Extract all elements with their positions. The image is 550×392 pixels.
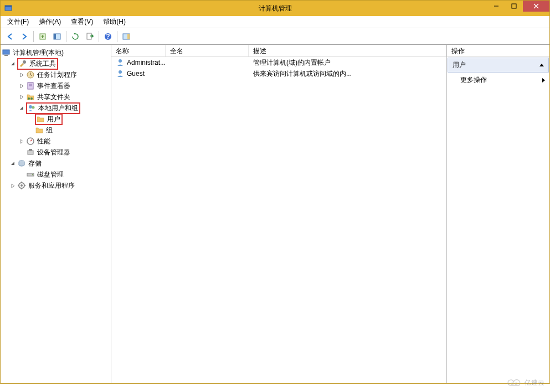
device-icon — [26, 148, 35, 157]
svg-point-35 — [511, 383, 513, 385]
row-desc: 管理计算机(域)的内置帐户 — [253, 58, 331, 68]
toolbar-separator — [117, 31, 117, 42]
actions-pane: 操作 用户 更多操作 — [447, 45, 549, 383]
svg-rect-13 — [127, 34, 130, 39]
help-button[interactable]: ? — [101, 30, 115, 43]
list-body[interactable]: Administrat... 管理计算机(域)的内置帐户 Guest 供来宾访问… — [111, 57, 446, 383]
expand-icon[interactable] — [18, 138, 25, 145]
actions-section[interactable]: 用户 — [448, 58, 549, 73]
show-hide-tree-button[interactable] — [50, 30, 64, 43]
svg-point-21 — [28, 97, 30, 100]
titlebar[interactable]: 计算机管理 — [1, 1, 549, 16]
up-button[interactable] — [36, 30, 49, 43]
tree-disk-management[interactable]: 磁盘管理 — [1, 169, 111, 180]
row-name: Guest — [127, 70, 145, 78]
refresh-button[interactable] — [69, 30, 82, 43]
svg-point-23 — [29, 105, 32, 109]
tree-performance-label: 性能 — [37, 137, 50, 146]
client-area: 计算机管理(本地) 系统工具 — [1, 45, 549, 383]
tree-groups-label: 组 — [46, 126, 53, 135]
minimize-button[interactable] — [487, 1, 505, 12]
tree-device-manager[interactable]: 设备管理器 — [1, 147, 111, 158]
maximize-button[interactable] — [505, 1, 523, 12]
chevron-right-icon — [542, 78, 545, 82]
toolbar: ? — [1, 28, 549, 45]
window-title: 计算机管理 — [1, 4, 549, 13]
actions-section-label: 用户 — [453, 60, 466, 70]
forward-button[interactable] — [18, 30, 31, 43]
menubar: 文件(F) 操作(A) 查看(V) 帮助(H) — [1, 16, 549, 28]
svg-rect-15 — [4, 55, 8, 56]
shared-folder-icon — [26, 92, 35, 101]
tree-task-scheduler-label: 任务计划程序 — [37, 70, 77, 80]
app-icon — [4, 4, 13, 13]
row-desc: 供来宾访问计算机或访问域的内... — [253, 69, 352, 79]
tree-local-users-groups[interactable]: 本地用户和组 — [1, 102, 111, 114]
computer-icon — [2, 48, 11, 57]
clock-icon — [26, 70, 35, 79]
tree-shared-folders[interactable]: 共享文件夹 — [1, 91, 111, 102]
tree-device-manager-label: 设备管理器 — [37, 148, 70, 157]
folder-icon — [35, 126, 44, 135]
list-pane: 名称 全名 描述 Administrat... 管理计算机(域)的内置帐户 G — [111, 45, 447, 383]
col-fullname[interactable]: 全名 — [166, 45, 249, 56]
tree-event-viewer[interactable]: 事件查看器 — [1, 80, 111, 91]
tree-users[interactable]: 用户 — [1, 114, 111, 125]
tree-root[interactable]: 计算机管理(本地) — [1, 47, 111, 58]
tree-local-users-groups-label: 本地用户和组 — [38, 104, 78, 113]
show-hide-action-button[interactable] — [120, 30, 133, 43]
tree-performance[interactable]: 性能 — [1, 136, 111, 147]
col-description[interactable]: 描述 — [249, 45, 446, 56]
list-row[interactable]: Administrat... 管理计算机(域)的内置帐户 — [111, 57, 446, 68]
svg-point-32 — [20, 184, 23, 187]
toolbar-separator — [99, 31, 99, 42]
close-button[interactable] — [523, 1, 549, 12]
menu-view[interactable]: 查看(V) — [66, 16, 97, 28]
col-name[interactable]: 名称 — [111, 45, 166, 56]
actions-more[interactable]: 更多操作 — [447, 73, 549, 87]
back-button[interactable] — [3, 30, 17, 43]
collapse-icon[interactable] — [9, 160, 16, 167]
tree-groups[interactable]: 组 — [1, 125, 111, 136]
tree-system-tools[interactable]: 系统工具 — [1, 58, 111, 69]
list-row[interactable]: Guest 供来宾访问计算机或访问域的内... — [111, 68, 446, 79]
tree-task-scheduler[interactable]: 任务计划程序 — [1, 69, 111, 80]
event-icon — [26, 81, 35, 90]
menu-action[interactable]: 操作(A) — [34, 16, 65, 28]
svg-point-30 — [32, 174, 33, 176]
watermark: 亿速云 — [507, 378, 544, 388]
row-name: Administrat... — [127, 59, 166, 66]
user-icon — [116, 69, 125, 78]
expand-icon[interactable] — [18, 82, 25, 89]
expand-icon[interactable] — [18, 94, 25, 100]
menu-file[interactable]: 文件(F) — [3, 16, 33, 28]
list-header: 名称 全名 描述 — [111, 45, 446, 57]
export-button[interactable] — [83, 30, 96, 43]
tree-shared-folders-label: 共享文件夹 — [37, 92, 70, 102]
window-frame: 计算机管理 文件(F) 操作(A) 查看(V) 帮助(H) ? — [0, 0, 550, 384]
svg-rect-14 — [3, 50, 9, 54]
toolbar-separator — [66, 31, 66, 42]
watermark-text: 亿速云 — [525, 378, 544, 388]
menu-help[interactable]: 帮助(H) — [99, 16, 130, 28]
actions-header: 操作 — [447, 45, 549, 57]
storage-icon — [17, 159, 26, 168]
tree-users-label: 用户 — [47, 115, 60, 124]
collapse-icon — [539, 64, 544, 66]
collapse-icon[interactable] — [18, 105, 25, 111]
tree-system-tools-label: 系统工具 — [29, 59, 56, 69]
expand-icon[interactable] — [18, 71, 25, 78]
tree-services-apps[interactable]: 服务和应用程序 — [1, 180, 111, 191]
actions-more-label: 更多操作 — [460, 75, 487, 85]
collapse-icon[interactable] — [9, 60, 16, 67]
svg-point-16 — [23, 60, 26, 64]
tree-disk-management-label: 磁盘管理 — [37, 170, 64, 179]
svg-rect-1 — [5, 6, 12, 7]
tree-storage[interactable]: 存储 — [1, 158, 111, 169]
users-groups-icon — [27, 104, 36, 112]
svg-point-24 — [32, 106, 35, 109]
tree-pane[interactable]: 计算机管理(本地) 系统工具 — [1, 45, 111, 383]
expand-icon[interactable] — [9, 182, 16, 189]
tree-event-viewer-label: 事件查看器 — [37, 81, 70, 91]
performance-icon — [26, 137, 35, 146]
